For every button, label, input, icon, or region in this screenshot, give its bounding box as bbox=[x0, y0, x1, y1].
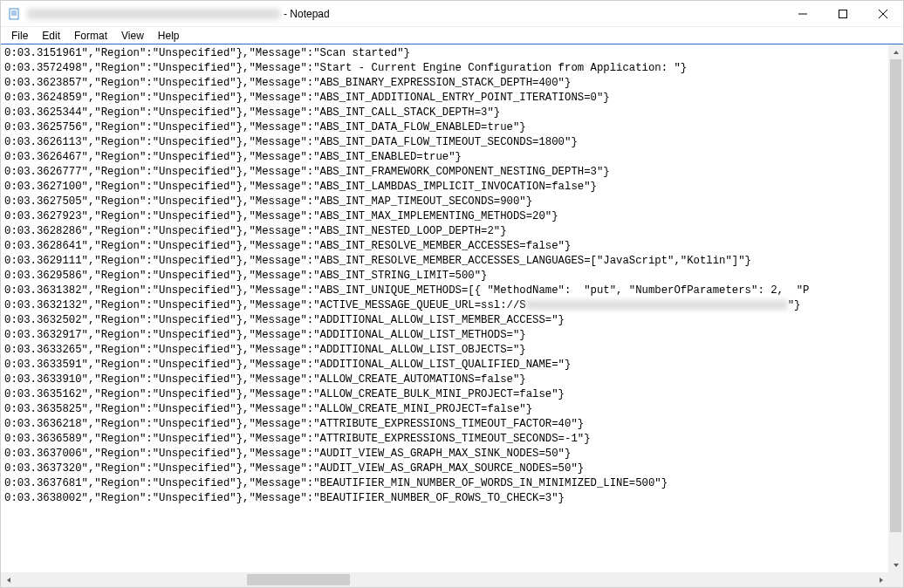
horizontal-scroll-track[interactable] bbox=[16, 572, 873, 587]
log-line: 0:03.3624859","Region":"Unspecified"},"M… bbox=[4, 91, 885, 106]
log-line: 0:03.3633265","Region":"Unspecified"},"M… bbox=[4, 343, 885, 358]
vertical-scroll-track[interactable] bbox=[888, 59, 903, 557]
log-line: 0:03.3632502","Region":"Unspecified"},"M… bbox=[4, 313, 885, 328]
text-editor[interactable]: 0:03.3151961","Region":"Unspecified"},"M… bbox=[1, 44, 888, 572]
svg-marker-10 bbox=[7, 578, 10, 583]
log-line: 0:03.3625344","Region":"Unspecified"},"M… bbox=[4, 106, 885, 120]
minimize-button[interactable] bbox=[783, 1, 823, 27]
svg-marker-11 bbox=[880, 578, 883, 583]
scroll-right-icon[interactable] bbox=[873, 572, 888, 587]
log-line: 0:03.3626113","Region":"Unspecified"},"M… bbox=[4, 135, 885, 150]
menu-edit[interactable]: Edit bbox=[35, 28, 67, 44]
log-line: 0:03.3638002","Region":"Unspecified"},"M… bbox=[4, 491, 885, 506]
redacted-filename bbox=[27, 9, 280, 19]
horizontal-scroll-thumb[interactable] bbox=[247, 574, 350, 585]
log-line: 0:03.3627100","Region":"Unspecified"},"M… bbox=[4, 180, 885, 195]
log-line: 0:03.3635162","Region":"Unspecified"},"M… bbox=[4, 387, 885, 402]
log-line: 0:03.3631382","Region":"Unspecified"},"M… bbox=[4, 284, 885, 298]
scroll-down-icon[interactable] bbox=[888, 557, 903, 572]
svg-marker-9 bbox=[894, 564, 899, 567]
log-line: 0:03.3628286","Region":"Unspecified"},"M… bbox=[4, 224, 885, 239]
log-line: 0:03.3151961","Region":"Unspecified"},"M… bbox=[4, 46, 885, 61]
scroll-corner bbox=[888, 572, 903, 587]
log-line: 0:03.3623857","Region":"Unspecified"},"M… bbox=[4, 76, 885, 91]
menu-view[interactable]: View bbox=[114, 28, 151, 44]
log-line: 0:03.3627505","Region":"Unspecified"},"M… bbox=[4, 195, 885, 209]
scroll-up-icon[interactable] bbox=[888, 44, 903, 59]
editor-container: 0:03.3151961","Region":"Unspecified"},"M… bbox=[1, 44, 903, 587]
log-line: 0:03.3628641","Region":"Unspecified"},"M… bbox=[4, 239, 885, 254]
menu-format[interactable]: Format bbox=[67, 28, 114, 44]
window-title: - Notepad bbox=[27, 8, 330, 20]
menu-help[interactable]: Help bbox=[151, 28, 187, 44]
log-line: 0:03.3635825","Region":"Unspecified"},"M… bbox=[4, 402, 885, 417]
log-line: 0:03.3637681","Region":"Unspecified"},"M… bbox=[4, 476, 885, 491]
menu-file[interactable]: File bbox=[4, 28, 35, 44]
log-line: 0:03.3626467","Region":"Unspecified"},"M… bbox=[4, 150, 885, 165]
notepad-icon bbox=[8, 7, 22, 21]
close-button[interactable] bbox=[863, 1, 903, 27]
log-line: 0:03.3629586","Region":"Unspecified"},"M… bbox=[4, 269, 885, 284]
log-line: 0:03.3637006","Region":"Unspecified"},"M… bbox=[4, 447, 885, 462]
log-line: 0:03.3625756","Region":"Unspecified"},"M… bbox=[4, 120, 885, 135]
svg-marker-8 bbox=[894, 51, 899, 54]
svg-rect-5 bbox=[839, 10, 847, 17]
log-line: 0:03.3629111","Region":"Unspecified"},"M… bbox=[4, 254, 885, 269]
vertical-scrollbar[interactable] bbox=[888, 44, 903, 572]
svg-rect-0 bbox=[10, 9, 18, 19]
menu-bar: File Edit Format View Help bbox=[1, 27, 903, 44]
scroll-left-icon[interactable] bbox=[1, 572, 16, 587]
log-line: 0:03.3636589","Region":"Unspecified"},"M… bbox=[4, 432, 885, 447]
vertical-scroll-thumb[interactable] bbox=[890, 59, 901, 532]
log-line: 0:03.3632132","Region":"Unspecified"},"M… bbox=[4, 298, 885, 313]
log-line: 0:03.3633910","Region":"Unspecified"},"M… bbox=[4, 373, 885, 387]
horizontal-scrollbar[interactable] bbox=[1, 572, 888, 587]
log-line: 0:03.3637320","Region":"Unspecified"},"M… bbox=[4, 462, 885, 476]
log-line: 0:03.3632917","Region":"Unspecified"},"M… bbox=[4, 328, 885, 343]
log-line: 0:03.3572498","Region":"Unspecified"},"M… bbox=[4, 61, 885, 76]
title-bar: - Notepad bbox=[1, 1, 903, 27]
log-line: 0:03.3633591","Region":"Unspecified"},"M… bbox=[4, 358, 885, 373]
log-line: 0:03.3636218","Region":"Unspecified"},"M… bbox=[4, 417, 885, 432]
redacted-segment bbox=[526, 300, 788, 310]
log-line: 0:03.3627923","Region":"Unspecified"},"M… bbox=[4, 209, 885, 224]
maximize-button[interactable] bbox=[823, 1, 863, 27]
log-line: 0:03.3626777","Region":"Unspecified"},"M… bbox=[4, 165, 885, 180]
window-title-suffix: - Notepad bbox=[284, 8, 330, 20]
